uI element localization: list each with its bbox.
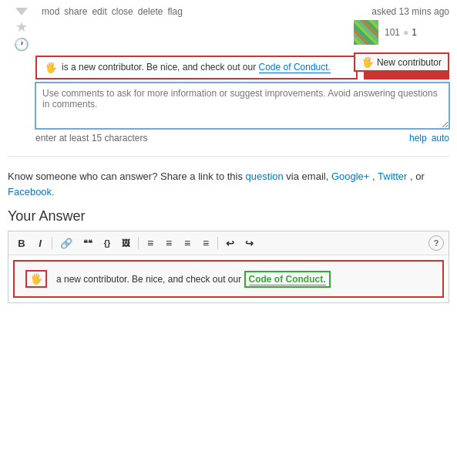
quote-button[interactable]: ❝❝ [79,236,97,251]
new-contributor-badge[interactable]: 🖐 New contributor [354,52,449,72]
rep-dot: ● [403,27,408,38]
your-answer-title: Your Answer [8,208,449,224]
ordered-list-button[interactable]: ≡ [142,235,159,252]
editor-coc-link[interactable]: Code of Conduct. [249,274,326,285]
editor-help-button[interactable]: ? [428,235,444,251]
google-link[interactable]: Google+ [331,170,370,182]
toolbar-sep-1 [52,237,52,249]
editor-toolbar: B I 🔗 ❝❝ {} 🖼 ≡ ≡ ≡ ≡ ↩ ↪ ? [8,231,449,255]
coc-link[interactable]: Code of Conduct. [259,62,331,73]
delete-link[interactable]: delete [138,6,163,17]
editor-hand-box: 🖐 [25,270,47,288]
image-button[interactable]: 🖼 [117,236,135,250]
comment-footer: enter at least 15 characters help auto [35,133,449,143]
or-text: , or [410,170,425,182]
hand-icon: 🖐 [361,56,374,68]
outdent-button[interactable]: ≡ [197,235,214,252]
twitter-link[interactable]: Twitter [378,170,407,182]
notice-hand-icon: 🖐 [45,62,57,73]
share-text-before: Know someone who can answer? Share a lin… [8,170,243,182]
editor-hand-icon: 🖐 [30,273,42,285]
favorite-star[interactable]: ★ [15,20,28,34]
vote-column: ★ 🕐 [8,6,35,51]
comment-area: enter at least 15 characters help auto [35,83,449,143]
comment-links: help auto [409,133,449,143]
facebook-link[interactable]: Facebook. [8,186,55,197]
asked-label: asked 13 mins ago [354,6,449,17]
comma-separator: , [372,170,378,182]
code-button[interactable]: {} [99,236,116,250]
contributor-notice: 🖐 is a new contributor. Be nice, and che… [35,56,358,79]
unordered-list-button[interactable]: ≡ [160,235,177,252]
divider [8,156,449,157]
post-meta-section: ★ 🕐 mod share edit close delete flag ask… [0,0,457,51]
user-avatar [354,20,378,45]
editor-contributor-text: a new contributor. Be nice, and check ou… [56,274,331,285]
notice-text-before: is a new contributor. [62,62,144,73]
user-info: 101 ● 1 [354,20,449,45]
answer-editor: B I 🔗 ❝❝ {} 🖼 ≡ ≡ ≡ ≡ ↩ ↪ ? 🖐 a new cont… [8,231,449,303]
share-link[interactable]: share [64,6,87,17]
auto-link[interactable]: auto [432,133,449,143]
question-link[interactable]: question [246,170,284,182]
editor-text-before: a new contributor. [56,274,129,285]
help-link[interactable]: help [409,133,427,143]
user-badge: 1 [412,27,417,38]
close-link[interactable]: close [112,6,133,17]
toolbar-sep-3 [217,237,218,249]
link-button[interactable]: 🔗 [55,235,77,252]
editor-text-nice: Be nice, and check out our [132,274,244,285]
mod-link[interactable]: mod [42,6,59,17]
undo-button[interactable]: ↩ [221,235,239,252]
comment-textarea[interactable] [35,83,449,129]
new-contributor-label: New contributor [377,57,442,68]
bold-button[interactable]: B [13,235,30,252]
italic-button[interactable]: I [32,235,49,252]
share-section: Know someone who can answer? Share a lin… [0,169,457,199]
indent-button[interactable]: ≡ [179,235,196,252]
user-rep: 101 [385,27,400,38]
vote-history-icon[interactable]: 🕐 [14,39,29,51]
asked-info: asked 13 mins ago 101 ● 1 🖐 New contribu… [354,6,449,72]
editor-coc-box: Code of Conduct. [244,271,331,288]
comment-hint: enter at least 15 characters [35,133,147,143]
vote-down-arrow[interactable] [15,8,28,15]
edit-link[interactable]: edit [92,6,106,17]
notice-text-after: Be nice, and check out our [146,62,258,73]
redo-button[interactable]: ↪ [240,235,258,252]
editor-contributor-bar: 🖐 a new contributor. Be nice, and check … [13,260,444,298]
share-via-text: via email, [286,170,331,182]
contributor-notice-text: is a new contributor. Be nice, and check… [62,62,348,73]
toolbar-sep-2 [138,237,139,249]
flag-link[interactable]: flag [167,6,182,17]
